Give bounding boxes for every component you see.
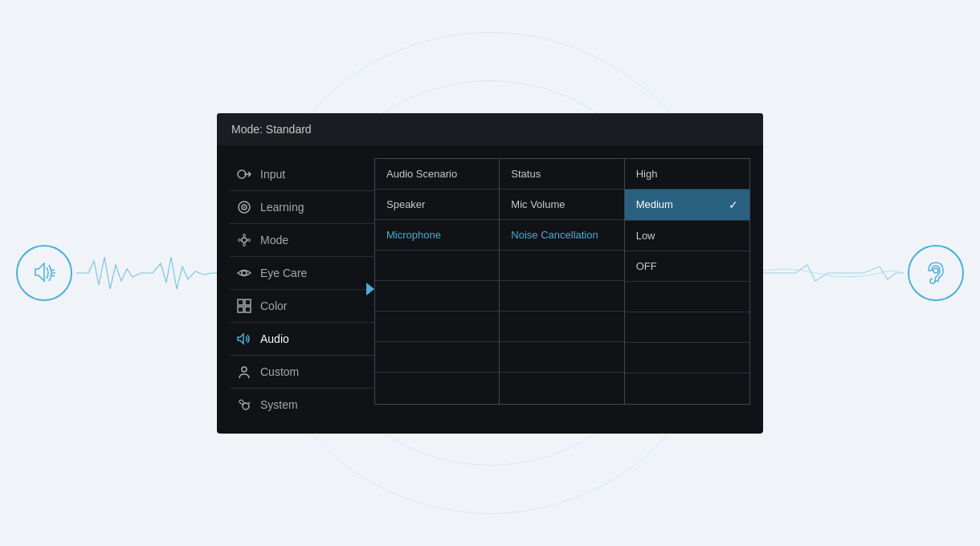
sidebar-item-custom-label: Custom: [260, 365, 299, 378]
sidebar-item-input-label: Input: [260, 168, 285, 181]
color-icon: [236, 298, 252, 314]
learning-icon: [236, 199, 252, 215]
grid-cell-c3r5: [625, 312, 749, 343]
grid-col-value: High Medium ✓ Low OFF: [625, 159, 749, 404]
svg-line-0: [51, 270, 55, 271]
grid-col-scenario: Audio Scenario Speaker Microphone: [375, 159, 500, 404]
grid-cell-c2r7: [500, 373, 623, 403]
audio-grid: Audio Scenario Speaker Microphone: [374, 158, 750, 405]
sidebar-item-color-label: Color: [260, 299, 287, 312]
svg-point-11: [243, 234, 246, 236]
system-icon: [236, 397, 252, 413]
grid-cell-c2r3: [500, 251, 623, 281]
sidebar: Input Learning Mode: [230, 158, 374, 421]
grid-cell-off[interactable]: OFF: [625, 251, 749, 282]
sidebar-item-eye-care-label: Eye Care: [260, 267, 307, 279]
svg-point-7: [243, 206, 245, 208]
svg-point-8: [242, 238, 247, 242]
svg-rect-17: [245, 307, 251, 312]
grid-cell-mic-volume[interactable]: Mic Volume: [500, 189, 623, 220]
mode-icon: [236, 232, 252, 248]
sidebar-item-audio-label: Audio: [260, 332, 289, 345]
grid-cell-c1r6: [375, 342, 499, 373]
mode-label: Mode: Standard: [231, 123, 312, 136]
grid-cell-c1r5: [375, 312, 499, 342]
sidebar-item-learning-label: Learning: [260, 201, 304, 214]
svg-point-9: [239, 238, 241, 241]
grid-cell-c2r4: [500, 281, 623, 312]
grid-header-high: High: [625, 159, 749, 189]
grid-cell-c3r6: [625, 343, 749, 373]
sidebar-item-learning[interactable]: Learning: [230, 191, 374, 224]
sidebar-item-mode-label: Mode: [260, 234, 288, 247]
sidebar-item-mode[interactable]: Mode: [230, 224, 374, 257]
wave-left: [76, 249, 229, 297]
svg-point-18: [242, 367, 247, 372]
grid-cell-noise-cancellation[interactable]: Noise Cancellation: [500, 220, 623, 251]
svg-point-19: [243, 403, 249, 410]
grid-header-status: Status: [500, 159, 623, 189]
svg-point-3: [933, 268, 938, 273]
selection-arrow: [366, 283, 374, 295]
sidebar-item-color[interactable]: Color: [230, 290, 374, 323]
grid-cell-speaker[interactable]: Speaker: [375, 189, 499, 220]
ear-icon-right: [908, 245, 964, 301]
grid-cell-microphone[interactable]: Microphone: [375, 220, 499, 251]
audio-icon: [236, 331, 252, 347]
svg-point-13: [242, 271, 247, 275]
svg-rect-15: [245, 299, 251, 305]
grid-cell-c1r3: [375, 251, 499, 281]
grid-cell-c1r4: [375, 281, 499, 312]
sidebar-item-eye-care[interactable]: Eye Care: [230, 257, 374, 290]
eye-care-icon: [236, 265, 252, 281]
svg-rect-16: [238, 307, 243, 312]
grid-header-scenario: Audio Scenario: [375, 159, 499, 189]
panel-body: Input Learning Mode: [217, 145, 763, 434]
sidebar-item-system[interactable]: System: [230, 389, 374, 421]
svg-point-12: [243, 243, 246, 246]
sidebar-item-custom[interactable]: Custom: [230, 356, 374, 389]
grid-cell-medium[interactable]: Medium ✓: [625, 189, 749, 221]
svg-rect-14: [238, 299, 243, 305]
sidebar-item-system-label: System: [260, 398, 298, 411]
grid-cell-c3r4: [625, 282, 749, 312]
grid-cell-c2r5: [500, 312, 623, 342]
sidebar-item-audio[interactable]: Audio: [230, 323, 374, 356]
grid-col-status: Status Mic Volume Noise Cancellation: [500, 159, 624, 404]
svg-point-10: [248, 238, 251, 241]
wave-right: [751, 257, 904, 289]
grid-cell-c1r7: [375, 373, 499, 403]
grid-cell-c2r6: [500, 342, 623, 373]
custom-icon: [236, 364, 252, 380]
content-area: Audio Scenario Speaker Microphone: [374, 158, 750, 421]
speaker-icon-left: [16, 245, 72, 301]
panel-header: Mode: Standard: [217, 113, 763, 145]
sidebar-item-input[interactable]: Input: [230, 158, 374, 191]
main-panel: Mode: Standard Input Learning: [217, 113, 763, 434]
input-icon: [236, 166, 252, 182]
grid-cell-c3r7: [625, 373, 749, 404]
check-mark-icon: ✓: [729, 198, 738, 211]
grid-cell-low[interactable]: Low: [625, 221, 749, 251]
svg-line-2: [51, 275, 55, 276]
